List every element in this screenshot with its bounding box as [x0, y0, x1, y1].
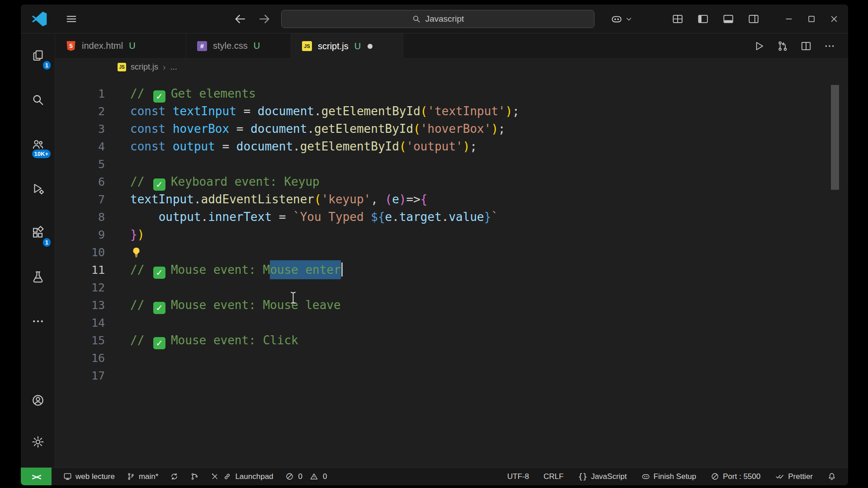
code-line[interactable]: 15// ✓Mouse event: Click	[55, 332, 848, 349]
js-file-icon: JS	[118, 63, 126, 71]
flask-icon	[31, 270, 45, 284]
port-item[interactable]: Port : 5500	[711, 472, 760, 481]
formatter-item[interactable]: Prettier	[775, 472, 813, 481]
line-number: 14	[55, 314, 105, 332]
close-button[interactable]	[823, 5, 845, 33]
language-item[interactable]: {} JavaScript	[578, 472, 627, 481]
tab-style-css[interactable]: # style.css U	[186, 33, 291, 58]
line-content: const textInput = document.getElementByI…	[130, 103, 519, 120]
code-line[interactable]: 13// ✓Mouse event: Mouse leave	[55, 296, 848, 314]
activity-testing[interactable]	[21, 255, 55, 299]
explorer-badge: 1	[42, 60, 52, 70]
back-arrow-icon[interactable]	[233, 12, 247, 26]
code-line[interactable]: 5	[55, 155, 848, 173]
git-compare-button[interactable]	[777, 40, 788, 52]
activity-search[interactable]	[21, 78, 55, 122]
code-token: addEventListener	[201, 192, 314, 206]
tab-index-html[interactable]: 5 index.html U	[55, 33, 186, 58]
code-line[interactable]: 17	[55, 367, 848, 385]
editor[interactable]: 1// ✓Get elements2const textInput = docu…	[55, 75, 848, 467]
tab-script-js[interactable]: JS script.js U	[291, 33, 403, 59]
activity-run-debug[interactable]	[21, 166, 55, 211]
activity-account[interactable]	[21, 380, 55, 421]
code-line[interactable]: 9})	[55, 226, 848, 244]
git-status: U	[254, 41, 260, 51]
breadcrumb[interactable]: JS script.js › ...	[55, 59, 848, 75]
code-token: target	[399, 210, 442, 224]
sync-button[interactable]	[170, 472, 179, 481]
lightbulb-icon	[130, 246, 142, 258]
encoding-item[interactable]: UTF-8	[507, 472, 529, 481]
code-token: //	[130, 87, 151, 100]
git-graph-button[interactable]	[190, 472, 199, 481]
code-token: const	[130, 104, 165, 118]
line-number: 3	[55, 120, 105, 138]
breadcrumb-file[interactable]: script.js	[131, 62, 158, 72]
launchpad-item[interactable]: Launchpad	[211, 472, 273, 481]
code-token: .	[314, 104, 321, 118]
code-line[interactable]: 16	[55, 349, 848, 367]
gear-icon	[31, 435, 45, 449]
toggle-primary-sidebar-icon[interactable]	[697, 13, 709, 25]
eol-item[interactable]: CRLF	[543, 472, 563, 481]
code-line[interactable]: 2const textInput = document.getElementBy…	[55, 103, 848, 120]
forward-arrow-icon[interactable]	[258, 12, 271, 26]
code-token: Mouse event: Click	[171, 333, 298, 347]
code-token: ;	[512, 104, 519, 118]
code-line[interactable]: 6// ✓Keyboard event: Keyup	[55, 173, 848, 191]
code-token: `	[491, 210, 498, 224]
code-line[interactable]: 4const output = document.getElementById(…	[55, 138, 848, 155]
code-line[interactable]: 14	[55, 314, 848, 332]
code-token: (	[420, 104, 428, 118]
formatter-label: Prettier	[788, 472, 813, 481]
code-token: }	[484, 210, 491, 224]
workspace-item[interactable]: web lecture	[63, 472, 115, 481]
check-emoji: ✓	[153, 178, 165, 191]
check-emoji: ✓	[153, 90, 165, 103]
code-line[interactable]: 10	[55, 244, 848, 261]
code-line[interactable]: 1// ✓Get elements	[55, 85, 848, 103]
problems-item[interactable]: 0 0	[285, 472, 327, 481]
editor-more-button[interactable]	[824, 40, 835, 52]
minimize-button[interactable]	[778, 5, 800, 33]
maximize-button[interactable]	[800, 5, 823, 33]
code-token: (	[399, 140, 406, 153]
copilot-button[interactable]	[611, 5, 633, 33]
toggle-panel-icon[interactable]	[722, 13, 734, 25]
code-line[interactable]: 12	[55, 279, 848, 296]
line-content: })	[130, 226, 144, 244]
code-token: value	[448, 210, 484, 224]
code-token: const	[130, 140, 165, 153]
activity-settings[interactable]	[21, 421, 55, 463]
scrollbar[interactable]	[831, 85, 839, 190]
check-emoji: ✓	[153, 302, 165, 314]
activity-extensions[interactable]: 1	[21, 211, 55, 255]
activity-explorer[interactable]: 1	[21, 33, 55, 78]
code-token: Mouse event: M	[171, 263, 270, 277]
line-number: 13	[55, 296, 105, 314]
code-line[interactable]: 3const hoverBox = document.getElementByI…	[55, 120, 848, 138]
toggle-secondary-sidebar-icon[interactable]	[748, 13, 760, 25]
run-file-button[interactable]	[753, 40, 765, 52]
code-token: e	[392, 192, 399, 206]
code-line[interactable]: 7textInput.addEventListener('keyup', (e)…	[55, 191, 848, 208]
branch-item[interactable]: main*	[127, 472, 158, 481]
code-line[interactable]: 11// ✓Mouse event: Mouse enter	[55, 261, 848, 279]
extensions-icon	[31, 226, 45, 239]
split-editor-button[interactable]	[800, 40, 812, 52]
notifications-bell-icon[interactable]	[827, 472, 836, 481]
activity-more[interactable]	[21, 299, 55, 343]
customize-layout-icon[interactable]	[672, 13, 684, 25]
line-number: 16	[55, 349, 105, 367]
code-token: )	[137, 228, 145, 241]
breadcrumb-more[interactable]: ...	[170, 62, 177, 72]
menu-icon[interactable]	[65, 13, 78, 25]
line-content: // ✓Get elements	[130, 85, 256, 103]
activity-accounts[interactable]: 10K+	[21, 122, 55, 166]
remote-indicator[interactable]: ><	[21, 468, 52, 485]
code-token: textInput	[130, 192, 194, 206]
copilot-status-item[interactable]: Finish Setup	[642, 472, 697, 481]
code-line[interactable]: 8 output.innerText = `You Typed ${e.targ…	[55, 208, 848, 226]
mouse-cursor	[289, 291, 297, 305]
search-box[interactable]: Javascript	[281, 10, 594, 28]
